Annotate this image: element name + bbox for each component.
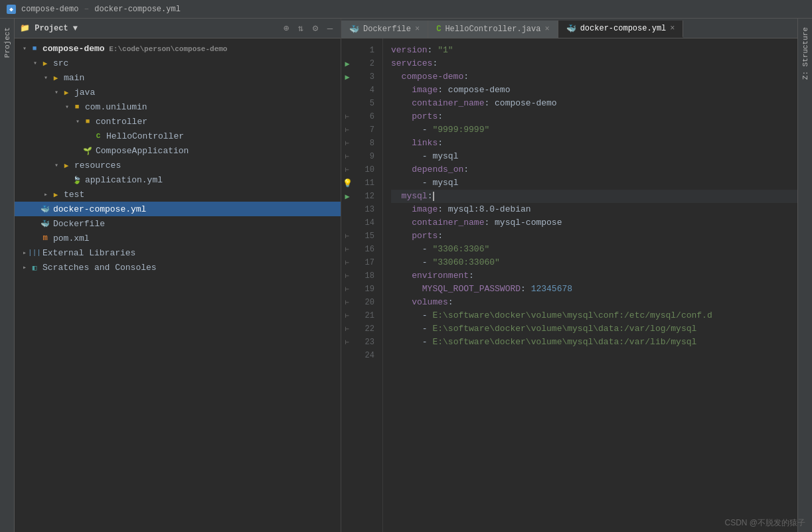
gutter-16: ⊢ — [341, 243, 353, 256]
code-line-7: - "9999:9999" — [391, 123, 812, 137]
tree-label-main: main — [64, 73, 84, 83]
code-line-10: depends_on: — [391, 163, 812, 176]
tree-item-src[interactable]: ▾▶src — [15, 56, 341, 70]
token — [391, 137, 412, 150]
token: container_name — [412, 97, 484, 110]
editor-tab-docker_compose[interactable]: 🐳docker-compose.yml× — [558, 21, 684, 38]
tree-item-dockerfile[interactable]: 🐳Dockerfile — [15, 216, 341, 231]
gutter-21: ⊢ — [341, 309, 353, 322]
gutter-24 — [341, 349, 353, 362]
gutter-10: ⊢ — [341, 163, 353, 176]
tree-arrow-dockerfile — [31, 219, 40, 228]
package-icon: ■ — [82, 116, 93, 127]
line-number-19: 19 — [353, 283, 377, 296]
line-number-21: 21 — [353, 309, 377, 322]
token: - — [422, 322, 433, 336]
tree-label-external_libs: External Libraries — [42, 248, 135, 258]
token: E:\software\docker\volume\mysql\data:/va… — [432, 336, 696, 349]
globe-icon[interactable]: ⊕ — [281, 23, 291, 34]
tree-item-com_unilumin[interactable]: ▾■com.unilumin — [15, 100, 341, 114]
tab-label-hello_controller: HelloController.java — [445, 25, 540, 34]
tree-arrow-app_yaml — [62, 175, 72, 184]
gutter-18: ⊢ — [341, 269, 353, 283]
line-number-9: 9 — [353, 150, 377, 163]
code-content[interactable]: version: "1"services: compose-demo: imag… — [383, 38, 812, 532]
folder-icon: ▶ — [50, 72, 61, 83]
tree-item-app_yaml[interactable]: 🍃application.yml — [15, 172, 341, 187]
line-number-11: 11 — [353, 176, 377, 190]
tab-close-dockerfile[interactable]: × — [415, 25, 420, 34]
fold-icon: ⊢ — [345, 285, 349, 293]
code-line-16: - "3306:3306" — [391, 243, 812, 256]
fold-icon: ⊢ — [345, 232, 349, 240]
gutter-17: ⊢ — [341, 256, 353, 269]
sliders-icon[interactable]: ⇅ — [295, 23, 306, 34]
structure-vertical-tab[interactable]: Z: Structure — [799, 22, 811, 85]
editor-tab-hello_controller[interactable]: CHelloController.java× — [428, 21, 558, 38]
line-number-24: 24 — [353, 349, 377, 362]
tree-item-compose_app[interactable]: 🌱ComposeApplication — [15, 143, 341, 158]
token: : — [432, 57, 438, 70]
token: : — [521, 283, 531, 296]
tree-item-docker_compose_yml[interactable]: 🐳docker-compose.yml — [15, 202, 341, 216]
code-editor[interactable]: ▶▶⊢⊢⊢⊢⊢💡▶⊢⊢⊢⊢⊢⊢⊢⊢⊢ 123456789101112131415… — [341, 38, 812, 532]
folder-icon: ▶ — [61, 160, 72, 170]
token: E:\software\docker\volume\mysql\conf:/et… — [432, 309, 712, 322]
tree-item-controller[interactable]: ▾■controller — [15, 114, 341, 129]
token — [391, 110, 412, 123]
tree-item-external_libs[interactable]: ▸|||External Libraries — [15, 245, 341, 260]
gear-icon[interactable]: ⚙ — [310, 23, 321, 34]
gutter-3: ▶ — [341, 70, 353, 84]
editor-tab-dockerfile[interactable]: 🐳Dockerfile× — [341, 21, 428, 38]
fold-icon: ⊢ — [345, 312, 349, 320]
tree-item-pom_xml[interactable]: mpom.xml — [15, 231, 341, 245]
code-line-23: - E:\software\docker\volume\mysql\data:/… — [391, 336, 812, 349]
line-number-5: 5 — [353, 97, 377, 110]
code-line-14: container_name: mysql-compose — [391, 216, 812, 230]
token: E:\software\docker\volume\mysql\data:/va… — [432, 322, 696, 336]
tree-item-main[interactable]: ▾▶main — [15, 70, 341, 85]
panel-title: 📁 Project ▼ — [20, 23, 277, 33]
minimize-icon[interactable]: — — [325, 23, 335, 34]
tree-label-test: test — [64, 190, 84, 200]
project-vertical-tab[interactable]: Project — [1, 22, 13, 63]
token — [391, 256, 422, 269]
project-icon: ■ — [29, 43, 40, 54]
bulb-icon[interactable]: 💡 — [343, 178, 353, 188]
line-number-18: 18 — [353, 269, 377, 283]
tree-item-test[interactable]: ▸▶test — [15, 187, 341, 202]
token — [391, 230, 412, 243]
token — [391, 84, 412, 97]
token: version — [391, 44, 428, 57]
tree-item-resources[interactable]: ▾▶resources — [15, 158, 341, 172]
tree-item-scratches[interactable]: ▸◧Scratches and Consoles — [15, 260, 341, 275]
expand-icon[interactable]: ▶ — [345, 72, 349, 82]
gutter-9: ⊢ — [341, 150, 353, 163]
line-number-1: 1 — [353, 44, 377, 57]
gutter-13 — [341, 203, 353, 216]
tree-item-hello_controller[interactable]: CHelloController — [15, 129, 341, 143]
tree-arrow-java: ▾ — [52, 88, 61, 97]
line-number-14: 14 — [353, 216, 377, 230]
token: services — [391, 57, 432, 70]
gutter-23: ⊢ — [341, 336, 353, 349]
tree-arrow-scratches: ▸ — [20, 263, 29, 272]
code-line-24 — [391, 349, 812, 362]
docker-yaml-icon: 🐳 — [40, 204, 50, 214]
line-number-23: 23 — [353, 336, 377, 349]
yaml-spring-icon: 🍃 — [72, 174, 82, 185]
expand-icon[interactable]: ▶ — [345, 59, 349, 69]
token: container_name — [412, 216, 484, 230]
token: volumes — [412, 296, 448, 309]
tree-item-java[interactable]: ▾▶java — [15, 85, 341, 100]
line-number-3: 3 — [353, 70, 377, 84]
tab-close-hello_controller[interactable]: × — [544, 25, 549, 34]
docker-icon: 🐳 — [40, 218, 50, 229]
tab-close-docker_compose[interactable]: × — [670, 24, 675, 33]
left-sidebar: Project 📁 Project ▼ ⊕ ⇅ ⚙ — ▾■compose-de… — [0, 19, 341, 532]
expand-icon[interactable]: ▶ — [345, 192, 349, 202]
tree-item-root[interactable]: ▾■compose-demo E:\code\person\compose-de… — [15, 41, 341, 56]
code-line-19: MYSQL_ROOT_PASSWORD: 12345678 — [391, 283, 812, 296]
token: : — [469, 269, 474, 283]
token — [391, 70, 402, 84]
